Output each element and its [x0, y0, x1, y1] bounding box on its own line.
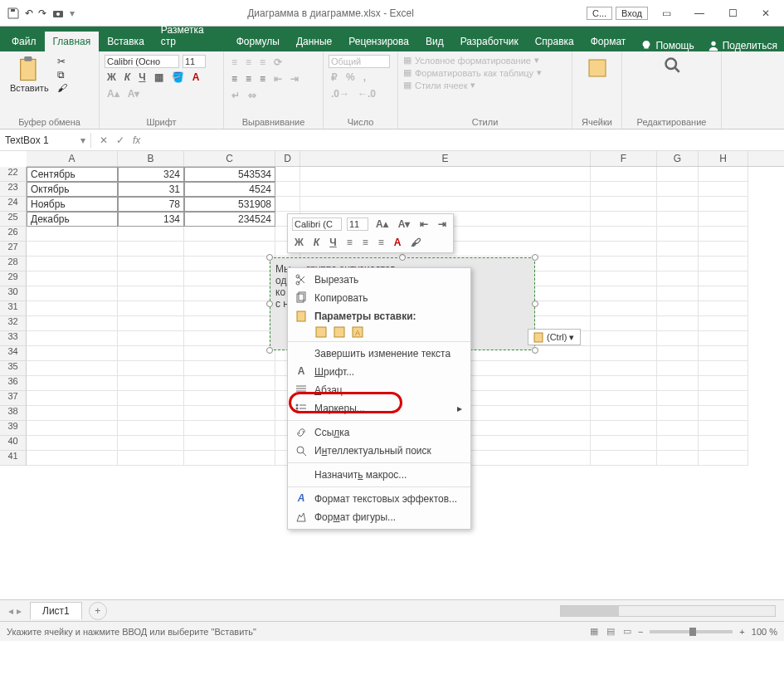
cell[interactable]: [184, 316, 275, 331]
font-name-select[interactable]: Calibri (Осно: [105, 55, 179, 68]
cell[interactable]: [699, 227, 748, 242]
mini-font-size[interactable]: 11: [347, 218, 368, 231]
row-header[interactable]: 37: [0, 391, 27, 406]
resize-handle[interactable]: [266, 254, 273, 261]
cell[interactable]: Октябрь: [27, 182, 118, 197]
cell[interactable]: 134: [118, 212, 184, 227]
camera-icon[interactable]: [51, 7, 65, 20]
cell[interactable]: [118, 316, 184, 331]
cell[interactable]: [27, 286, 118, 301]
fill-color-icon[interactable]: 🪣: [169, 70, 187, 85]
cell[interactable]: [118, 331, 184, 346]
align-left-icon[interactable]: ≡: [229, 71, 240, 86]
font-size-select[interactable]: 11: [183, 55, 206, 68]
cell[interactable]: [184, 376, 275, 391]
sign-in-button[interactable]: Вход: [616, 7, 648, 20]
cell[interactable]: [657, 346, 699, 361]
cell[interactable]: [118, 271, 184, 286]
resize-handle[interactable]: [532, 301, 538, 307]
view-page-layout-icon[interactable]: ▤: [606, 626, 615, 637]
cell[interactable]: [699, 167, 748, 182]
tab-developer[interactable]: Разработчик: [452, 32, 527, 51]
row-header[interactable]: 31: [0, 301, 27, 316]
cell[interactable]: [591, 301, 657, 316]
cell[interactable]: [184, 286, 275, 301]
ribbon-display-icon[interactable]: ▭: [651, 2, 681, 25]
cell[interactable]: [118, 436, 184, 451]
format-as-table-button[interactable]: ▦ Форматировать как таблицу ▾: [403, 67, 567, 78]
orientation-icon[interactable]: ⟳: [271, 55, 285, 70]
fx-icon[interactable]: fx: [133, 134, 140, 146]
tab-file[interactable]: Файл: [3, 32, 45, 51]
paste-text-only-icon[interactable]: A: [351, 325, 364, 339]
cell[interactable]: [591, 286, 657, 301]
currency-icon[interactable]: ₽: [329, 70, 340, 85]
cancel-formula-icon[interactable]: ✕: [100, 134, 108, 146]
worksheet-area[interactable]: ABCDEFGH 22Сентябрь32454353423Октябрь314…: [0, 151, 784, 599]
mini-align-right-icon[interactable]: ≡: [376, 235, 387, 250]
cell[interactable]: [184, 227, 275, 242]
column-header[interactable]: G: [657, 151, 699, 166]
mini-align-center-icon[interactable]: ≡: [360, 235, 371, 250]
add-sheet-button[interactable]: +: [89, 602, 107, 620]
column-header[interactable]: F: [591, 151, 657, 166]
cell[interactable]: [591, 182, 657, 197]
column-header[interactable]: B: [118, 151, 184, 166]
cell[interactable]: [118, 406, 184, 421]
cell[interactable]: [699, 361, 748, 376]
cell[interactable]: [591, 376, 657, 391]
save-indicator[interactable]: С...: [587, 7, 612, 20]
row-header[interactable]: 30: [0, 286, 27, 301]
row-header[interactable]: 40: [0, 436, 27, 451]
column-header[interactable]: A: [27, 151, 118, 166]
cell[interactable]: [300, 182, 591, 197]
cell[interactable]: [699, 271, 748, 286]
number-format-select[interactable]: Общий: [329, 55, 390, 68]
cells-button[interactable]: [577, 55, 616, 81]
cell[interactable]: [27, 406, 118, 421]
zoom-level[interactable]: 100 %: [752, 627, 777, 637]
cell[interactable]: [699, 421, 748, 436]
tab-format[interactable]: Формат: [582, 32, 635, 51]
cell[interactable]: [27, 361, 118, 376]
cell[interactable]: 324: [118, 167, 184, 182]
row-header[interactable]: 22: [0, 167, 27, 182]
format-painter-icon[interactable]: 🖌: [57, 82, 67, 94]
mini-align-left-icon[interactable]: ≡: [344, 235, 355, 250]
cell[interactable]: [591, 421, 657, 436]
indent-inc-icon[interactable]: ⇥: [288, 71, 301, 86]
cell[interactable]: [591, 316, 657, 331]
comma-icon[interactable]: ,: [361, 70, 368, 85]
view-page-break-icon[interactable]: ▭: [623, 626, 631, 637]
cell[interactable]: [27, 316, 118, 331]
resize-handle[interactable]: [532, 347, 538, 354]
resize-handle[interactable]: [532, 254, 538, 261]
tab-formulas[interactable]: Формулы: [228, 32, 288, 51]
align-bottom-icon[interactable]: ≡: [257, 55, 268, 70]
cell[interactable]: [657, 361, 699, 376]
cell[interactable]: [591, 436, 657, 451]
cell[interactable]: [118, 391, 184, 406]
cell[interactable]: [591, 227, 657, 242]
inc-decimal-icon[interactable]: .0→: [329, 86, 352, 101]
ctx-assign-macro[interactable]: Назначить макрос...: [288, 466, 470, 484]
cell[interactable]: [699, 182, 748, 197]
mini-font-color-icon[interactable]: A: [392, 235, 404, 250]
row-header[interactable]: 29: [0, 271, 27, 286]
increase-font-icon[interactable]: A▴: [105, 86, 122, 101]
cell[interactable]: [657, 242, 699, 257]
cell[interactable]: 78: [118, 197, 184, 212]
merge-icon[interactable]: ⇔: [246, 88, 259, 103]
cell[interactable]: [118, 301, 184, 316]
column-header[interactable]: H: [699, 151, 748, 166]
ctx-smart-lookup[interactable]: Интеллектуальный поиск: [288, 442, 470, 460]
cell[interactable]: [300, 197, 591, 212]
cell[interactable]: [591, 242, 657, 257]
undo-icon[interactable]: ↶: [25, 7, 33, 19]
cell[interactable]: [118, 286, 184, 301]
row-header[interactable]: 24: [0, 197, 27, 212]
cell[interactable]: [27, 376, 118, 391]
column-header[interactable]: D: [275, 151, 300, 166]
ctx-format-text-effects[interactable]: AФормат текстовых эффектов...: [288, 490, 470, 508]
cell-styles-button[interactable]: ▦ Стили ячеек ▾: [403, 80, 567, 90]
